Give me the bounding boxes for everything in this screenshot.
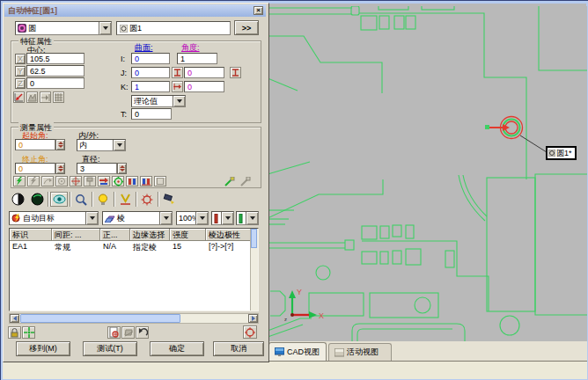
theoretical-combo[interactable]: 理论值: [131, 95, 186, 107]
table-vscroll-thumb[interactable]: [251, 229, 257, 248]
flip-vector-button[interactable]: [172, 67, 183, 78]
surface-i-field[interactable]: 0: [131, 53, 170, 64]
expand-button[interactable]: >>: [234, 20, 259, 35]
theoretical-dropdown-arrow[interactable]: [173, 96, 185, 106]
level-bars-button[interactable]: [126, 176, 138, 186]
green-lightning-icon: [15, 177, 24, 186]
surface-j-field[interactable]: 0: [131, 67, 170, 78]
magnify-button[interactable]: [72, 192, 90, 207]
live-view-button[interactable]: [50, 192, 68, 207]
x-axis-button[interactable]: X: [15, 54, 26, 64]
close-button[interactable]: ×: [254, 6, 263, 15]
table-row[interactable]: EA1 常规 N/A 指定棱 15 [?]->[?]: [10, 241, 258, 252]
inout-combo[interactable]: 内: [77, 139, 126, 151]
probe-path2-button[interactable]: [239, 176, 252, 186]
edge-combo[interactable]: 棱: [102, 211, 173, 225]
center-x-field[interactable]: 105.5: [26, 53, 85, 64]
level-bars2-button[interactable]: [140, 176, 152, 186]
end-angle-spinner[interactable]: [55, 163, 65, 174]
feature-type-dropdown-arrow[interactable]: [99, 22, 111, 34]
col-header-spacing[interactable]: 间距: ...: [52, 229, 100, 241]
undo-button[interactable]: [136, 326, 149, 339]
col-header-id[interactable]: 标识: [10, 229, 52, 241]
swap-vector-button[interactable]: [172, 81, 183, 92]
test-button[interactable]: 测试(T): [83, 341, 137, 356]
start-angle-field[interactable]: 0: [15, 139, 55, 150]
green-level-combo[interactable]: [236, 211, 259, 225]
dialog-titlebar[interactable]: 自动特征[圆1] ×: [4, 4, 266, 17]
inout-dropdown-arrow[interactable]: [113, 140, 125, 150]
center-target-button[interactable]: [22, 326, 35, 339]
surface-k-field[interactable]: 1: [131, 81, 170, 92]
sphere-icon: [31, 193, 44, 206]
illumination-button[interactable]: [94, 192, 112, 207]
angle-j-field[interactable]: 0: [184, 67, 224, 78]
cad-viewport[interactable]: Y X z: [268, 6, 587, 341]
flip-angle-button[interactable]: [230, 67, 241, 78]
y-axis-button[interactable]: Y: [15, 66, 26, 77]
show-target-button[interactable]: [243, 325, 257, 339]
toolbar-separator: [136, 192, 136, 207]
tab-active-view[interactable]: 活动视图: [328, 343, 392, 361]
diameter-spinner[interactable]: [117, 163, 127, 174]
hscroll-left-arrow[interactable]: [10, 314, 19, 323]
grid-button[interactable]: [53, 91, 64, 103]
surface-sample-button[interactable]: [26, 91, 38, 103]
optics-button[interactable]: [138, 192, 156, 207]
move-to-button[interactable]: 移到(M): [16, 341, 70, 356]
auto-target-arrow[interactable]: [85, 212, 98, 224]
erase-target-button[interactable]: [121, 326, 135, 339]
lock-targets-button[interactable]: [8, 326, 21, 339]
cancel-button[interactable]: 取消: [213, 341, 264, 356]
hscroll-thumb[interactable]: [20, 314, 180, 323]
col-header-polarity[interactable]: 棱边极性: [206, 229, 251, 241]
target-cross-button[interactable]: [70, 176, 82, 186]
t-field[interactable]: 0: [131, 108, 172, 120]
red-level-combo[interactable]: [211, 211, 234, 225]
active-view-icon: [334, 348, 344, 357]
feature-type-combo[interactable]: 圆: [15, 21, 112, 35]
snap-point-button[interactable]: [13, 91, 25, 103]
mountain-icon: [27, 92, 37, 102]
flash-measure-button[interactable]: [13, 176, 26, 186]
feature-callout[interactable]: 圆1*: [546, 146, 577, 160]
diameter-field[interactable]: 3: [77, 163, 117, 174]
contrast-button[interactable]: [9, 192, 26, 207]
move-to-point-button[interactable]: [40, 91, 51, 103]
auto-target-combo[interactable]: 自动目标: [9, 211, 99, 225]
feature-name-field[interactable]: 圆1: [116, 21, 231, 35]
green-level-arrow[interactable]: [246, 212, 258, 224]
z-axis-button[interactable]: Z: [15, 78, 26, 89]
edge-icon: [105, 215, 115, 223]
probe-dot-button[interactable]: [55, 176, 68, 186]
col-header-pos[interactable]: 正...: [100, 229, 130, 241]
tab-cad-view[interactable]: CAD视图: [268, 342, 327, 361]
probe-path-button[interactable]: [223, 176, 236, 186]
focus-button[interactable]: [116, 192, 134, 207]
region-box-button[interactable]: [154, 176, 166, 186]
table-vscrollbar[interactable]: [250, 229, 258, 311]
end-angle-field[interactable]: 0: [15, 163, 55, 174]
probe-hand-button[interactable]: [84, 176, 96, 186]
zoom-arrow[interactable]: [195, 212, 208, 224]
center-y-field[interactable]: 62.5: [26, 65, 85, 77]
stamp-button[interactable]: [160, 192, 178, 207]
col-header-strength[interactable]: 强度: [170, 229, 206, 241]
col-header-edge-select[interactable]: 边缘选择: [130, 229, 170, 241]
red-level-arrow[interactable]: [221, 212, 233, 224]
table-hscrollbar[interactable]: [9, 313, 259, 324]
edge-arrow[interactable]: [159, 212, 172, 224]
sphere-view-button[interactable]: [28, 192, 46, 207]
add-target-button[interactable]: [107, 326, 121, 339]
flash2-button[interactable]: [27, 176, 40, 186]
angle-i-field[interactable]: 1: [177, 53, 217, 64]
auto-target-toggle-button[interactable]: [112, 176, 124, 186]
angle-k-field[interactable]: 0: [184, 81, 224, 92]
vector-arrows-button[interactable]: [98, 176, 110, 186]
start-angle-spinner[interactable]: [55, 139, 65, 150]
ok-button[interactable]: 确定: [150, 341, 204, 356]
zoom-combo[interactable]: 100%: [176, 211, 209, 225]
hscroll-right-arrow[interactable]: [248, 314, 258, 323]
center-z-field[interactable]: 0: [26, 77, 85, 89]
arc-move-button[interactable]: [41, 176, 54, 186]
